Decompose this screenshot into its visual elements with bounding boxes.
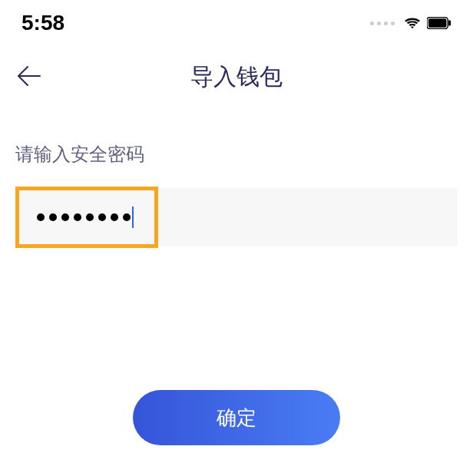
status-bar: 5:58: [0, 0, 473, 43]
battery-icon: [427, 17, 452, 29]
signal-dots-icon: [370, 21, 395, 25]
password-input-wrapper: [15, 188, 458, 246]
svg-rect-1: [428, 18, 447, 27]
submit-button[interactable]: 确定: [133, 390, 340, 445]
status-icons: [370, 16, 452, 30]
password-label: 请输入安全密码: [15, 142, 458, 167]
input-cursor: [132, 207, 134, 228]
page-header: 导入钱包: [0, 43, 473, 108]
page-title: 导入钱包: [15, 61, 458, 93]
content-area: 请输入安全密码: [0, 108, 473, 246]
status-time: 5:58: [22, 11, 64, 35]
back-arrow-icon: [17, 65, 41, 87]
password-mask: [37, 213, 131, 221]
svg-rect-2: [448, 20, 451, 26]
password-input[interactable]: [15, 188, 458, 246]
wifi-icon: [404, 16, 421, 30]
back-button[interactable]: [17, 65, 41, 90]
